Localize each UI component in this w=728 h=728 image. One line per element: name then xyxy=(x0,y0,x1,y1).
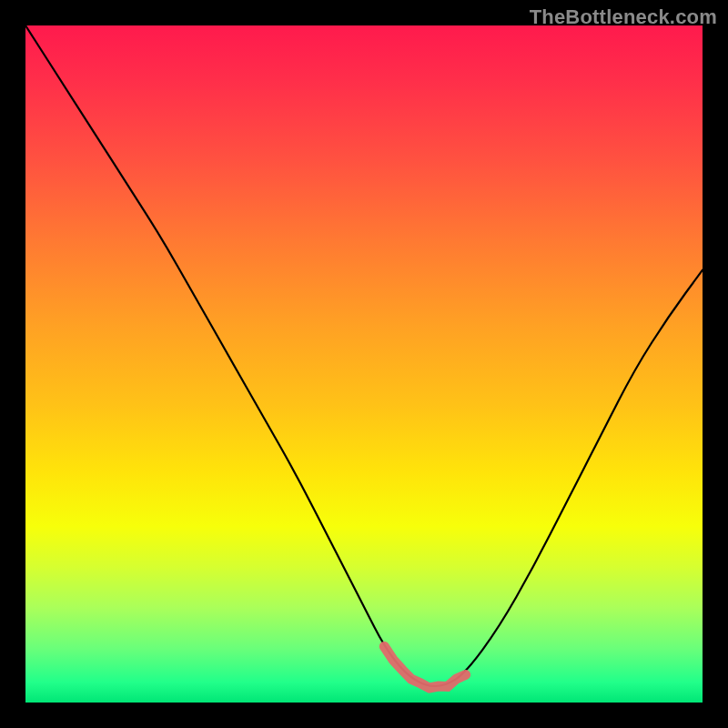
chart-svg xyxy=(25,25,703,703)
bottleneck-curve xyxy=(25,25,703,686)
watermark-text: TheBottleneck.com xyxy=(530,5,717,29)
plot-area xyxy=(25,25,703,703)
chart-frame: TheBottleneck.com xyxy=(0,0,728,728)
optimal-range-marker xyxy=(384,646,465,688)
